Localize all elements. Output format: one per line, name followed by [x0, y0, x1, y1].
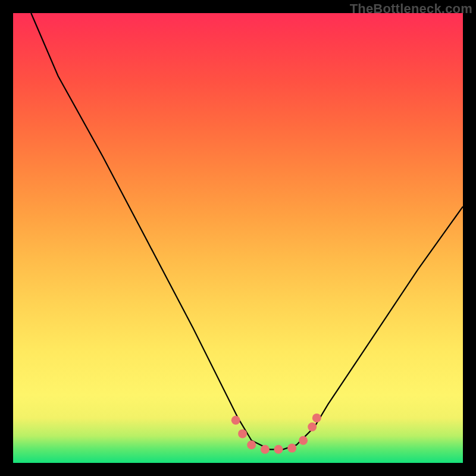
curve-marker: [238, 429, 247, 438]
bottleneck-curve: [13, 13, 463, 463]
curve-marker: [287, 444, 296, 453]
curve-line: [31, 13, 463, 449]
curve-marker: [247, 440, 256, 449]
curve-marker: [312, 414, 321, 422]
curve-marker: [308, 422, 317, 431]
chart-frame: TheBottleneck.com: [0, 0, 476, 476]
curve-marker: [231, 416, 240, 425]
plot-area: [13, 13, 463, 463]
curve-marker: [299, 436, 308, 445]
curve-marker: [261, 445, 270, 454]
watermark-text: TheBottleneck.com: [350, 1, 472, 17]
curve-marker: [274, 445, 283, 454]
